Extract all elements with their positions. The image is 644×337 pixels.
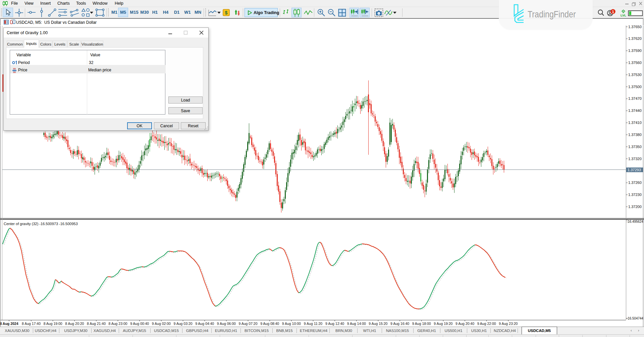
- svg-text:1.37620: 1.37620: [628, 37, 642, 41]
- svg-text:9 Aug 10:00: 9 Aug 10:00: [282, 322, 301, 326]
- svg-text:9 Aug 04:40: 9 Aug 04:40: [195, 322, 214, 326]
- svg-text:1.37200: 1.37200: [628, 205, 642, 209]
- svg-text:8 Aug 19:00: 8 Aug 19:00: [44, 322, 62, 326]
- svg-text:1.37320: 1.37320: [628, 157, 642, 161]
- svg-text:9 Aug 14:00: 9 Aug 14:00: [347, 322, 366, 326]
- svg-text:1.37650: 1.37650: [628, 25, 642, 29]
- svg-text:1.37380: 1.37380: [628, 133, 642, 137]
- svg-text:9 Aug 19:20: 9 Aug 19:20: [434, 322, 452, 326]
- svg-text:LVL: LVL: [621, 13, 626, 17]
- svg-text:1.37410: 1.37410: [628, 121, 642, 125]
- svg-text:1.37470: 1.37470: [628, 96, 642, 100]
- svg-text:9 Aug 00:40: 9 Aug 00:40: [130, 322, 149, 326]
- svg-text:9 Aug 12:40: 9 Aug 12:40: [325, 322, 344, 326]
- svg-text:1: 1: [612, 10, 614, 14]
- svg-text:1.37530: 1.37530: [628, 73, 642, 77]
- svg-text:8 Aug 21:40: 8 Aug 21:40: [87, 322, 106, 326]
- svg-text:9 Aug 03:20: 9 Aug 03:20: [174, 322, 193, 326]
- svg-text:-16.495624: -16.495624: [627, 220, 643, 223]
- svg-text:-16.504744: -16.504744: [627, 317, 643, 320]
- svg-text:1.37590: 1.37590: [628, 49, 642, 53]
- svg-text:8 Aug 2024: 8 Aug 2024: [0, 322, 18, 326]
- svg-text:9 Aug 20:40: 9 Aug 20:40: [455, 322, 474, 326]
- svg-text:1.37440: 1.37440: [628, 109, 642, 113]
- svg-text:9 Aug 23:20: 9 Aug 23:20: [499, 322, 518, 326]
- svg-text:9 Aug 11:20: 9 Aug 11:20: [304, 322, 322, 326]
- svg-text:1.37230: 1.37230: [628, 193, 642, 197]
- svg-text:1.37350: 1.37350: [628, 145, 642, 149]
- svg-text:8 Aug 17:40: 8 Aug 17:40: [22, 322, 41, 326]
- svg-text:8 Aug 23:00: 8 Aug 23:00: [109, 322, 127, 326]
- svg-text:Center of gravity (32) -16.500: Center of gravity (32) -16.500973 -16.50…: [4, 222, 78, 226]
- svg-text:1.37260: 1.37260: [628, 181, 642, 185]
- svg-text:8 Aug 20:20: 8 Aug 20:20: [65, 322, 84, 326]
- svg-text:1.37560: 1.37560: [628, 61, 642, 65]
- svg-text:9 Aug 22:00: 9 Aug 22:00: [477, 322, 496, 326]
- svg-text:9 Aug 07:20: 9 Aug 07:20: [238, 322, 257, 326]
- svg-text:9 Aug 16:40: 9 Aug 16:40: [390, 322, 409, 326]
- svg-text:9 Aug 18:00: 9 Aug 18:00: [412, 322, 431, 326]
- svg-text:1.37500: 1.37500: [628, 85, 642, 89]
- svg-text:9 Aug 08:40: 9 Aug 08:40: [260, 322, 279, 326]
- svg-text:1.37293: 1.37293: [628, 168, 641, 172]
- svg-text:9 Aug 06:00: 9 Aug 06:00: [217, 322, 236, 326]
- svg-text:$: $: [225, 10, 228, 15]
- svg-text:9 Aug 15:20: 9 Aug 15:20: [369, 322, 387, 326]
- svg-text:9 Aug 02:00: 9 Aug 02:00: [152, 322, 171, 326]
